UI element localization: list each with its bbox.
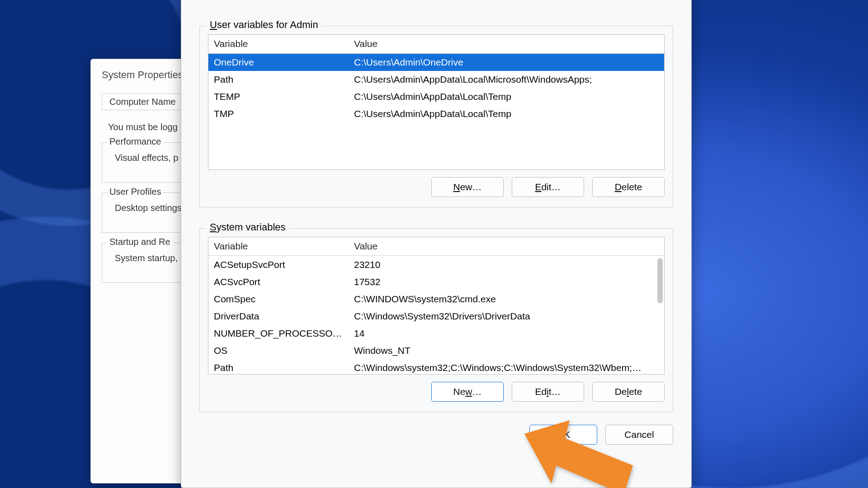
table-row[interactable]: OneDriveC:\Users\Admin\OneDrive	[208, 54, 664, 71]
user-col-variable[interactable]: Variable	[208, 35, 349, 53]
table-row[interactable]: TEMPC:\Users\Admin\AppData\Local\Temp	[208, 88, 664, 105]
table-row[interactable]: PathC:\Users\Admin\AppData\Local\Microso…	[208, 71, 664, 88]
cell-variable: NUMBER_OF_PROCESSORS	[208, 327, 349, 340]
group-performance-legend: Performance	[107, 136, 164, 147]
ok-button[interactable]: OK	[529, 425, 597, 445]
user-col-value[interactable]: Value	[349, 35, 664, 53]
cell-value: C:\Users\Admin\AppData\Local\Microsoft\W…	[349, 73, 664, 86]
cell-value: 23210	[349, 258, 664, 271]
system-edit-button[interactable]: Edit…	[512, 382, 584, 402]
group-system-variables: System variables Variable Value ACSetupS…	[199, 228, 673, 412]
desktop-background: System Properties Computer Name You must…	[0, 0, 868, 488]
user-grid-header: Variable Value	[208, 35, 664, 53]
table-row[interactable]: PathC:\Windows\system32;C:\Windows;C:\Wi…	[208, 359, 664, 374]
cell-value: C:\Users\Admin\OneDrive	[349, 56, 664, 69]
table-row[interactable]: ACSvcPort17532	[208, 273, 664, 291]
cell-value: 17532	[349, 276, 664, 288]
table-row[interactable]: DriverDataC:\Windows\System32\Drivers\Dr…	[208, 308, 664, 325]
cell-variable: TMP	[208, 108, 349, 120]
system-new-button[interactable]: New…	[431, 382, 504, 402]
cell-variable: TEMP	[208, 90, 349, 103]
table-row[interactable]: ComSpecC:\WINDOWS\system32\cmd.exe	[208, 291, 664, 308]
cell-variable: ComSpec	[208, 293, 349, 305]
cell-value: Windows_NT	[349, 344, 664, 357]
user-variables-grid[interactable]: Variable Value OneDriveC:\Users\Admin\On…	[208, 34, 665, 170]
group-user-variables-legend: User variables for Admin	[206, 19, 322, 31]
system-grid-header: Variable Value	[208, 237, 664, 256]
user-delete-button[interactable]: Delete	[592, 177, 665, 197]
cancel-button[interactable]: Cancel	[605, 425, 673, 445]
system-col-variable[interactable]: Variable	[208, 237, 349, 255]
tab-computer-name[interactable]: Computer Name	[102, 94, 184, 110]
cell-value: C:\Users\Admin\AppData\Local\Temp	[349, 108, 664, 120]
user-edit-button[interactable]: Edit…	[512, 177, 584, 197]
cell-value: C:\Windows\system32;C:\Windows;C:\Window…	[349, 361, 664, 374]
table-row[interactable]: ACSetupSvcPort23210	[208, 256, 664, 273]
table-row[interactable]: OSWindows_NT	[208, 342, 664, 359]
cell-value: C:\Windows\System32\Drivers\DriverData	[349, 310, 664, 323]
system-grid-scrollbar[interactable]	[657, 258, 663, 303]
group-user-variables: User variables for Admin Variable Value …	[199, 26, 673, 207]
cell-value: C:\Users\Admin\AppData\Local\Temp	[349, 90, 664, 103]
group-user-profiles-legend: User Profiles	[107, 187, 164, 197]
table-row[interactable]: TMPC:\Users\Admin\AppData\Local\Temp	[208, 105, 664, 122]
cell-variable: DriverData	[208, 310, 349, 323]
system-delete-button[interactable]: Delete	[592, 382, 665, 402]
cell-variable: Path	[208, 361, 349, 374]
group-startup-legend: Startup and Re	[107, 237, 173, 247]
user-new-button[interactable]: New…	[431, 177, 504, 197]
cell-variable: ACSetupSvcPort	[208, 258, 349, 271]
system-variables-grid[interactable]: Variable Value ACSetupSvcPort23210ACSvcP…	[208, 237, 665, 375]
cell-variable: OS	[208, 344, 349, 357]
table-row[interactable]: NUMBER_OF_PROCESSORS14	[208, 325, 664, 342]
group-system-variables-legend: System variables	[206, 221, 289, 233]
cell-variable: ACSvcPort	[208, 276, 349, 288]
cell-variable: Path	[208, 73, 349, 86]
cell-value: 14	[349, 327, 664, 340]
cell-value: C:\WINDOWS\system32\cmd.exe	[349, 293, 664, 305]
cell-variable: OneDrive	[208, 56, 349, 69]
system-col-value[interactable]: Value	[349, 237, 664, 255]
environment-variables-dialog: User variables for Admin Variable Value …	[181, 0, 692, 488]
